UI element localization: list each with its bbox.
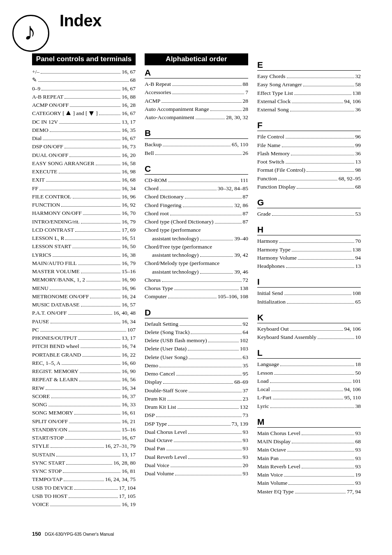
index-entry-pages: 73 — [243, 411, 249, 419]
index-entry: FF16, 34 — [32, 184, 136, 193]
index-entry: Chord Dictionary87 — [145, 193, 248, 201]
leader-dots — [191, 330, 241, 334]
leader-dots — [196, 115, 225, 119]
index-entry: A-B REPEAT16, 88 — [32, 93, 136, 101]
leader-dots — [200, 236, 233, 240]
index-entry-label: MENU — [32, 284, 48, 292]
index-entry: REC, 1–5, A16, 60 — [32, 359, 136, 367]
index-entry-label: Main Pan — [257, 454, 279, 463]
index-entry: REGIST. MEMORY16, 90 — [32, 367, 136, 375]
leader-dots — [163, 380, 233, 384]
leader-dots — [78, 261, 120, 265]
index-entry-pages: 65 — [355, 298, 361, 306]
leader-dots — [302, 431, 354, 435]
leader-dots — [62, 361, 120, 364]
index-entry-label: USB TO HOST — [32, 492, 67, 500]
leader-dots — [66, 461, 112, 464]
index-entry-pages: 16, 67 — [122, 109, 136, 117]
index-entry-label: Main Chorus Level — [257, 429, 300, 438]
index-entry-pages: 16, 88 — [122, 93, 136, 101]
index-entry-label: INTRO/ENDING/rit. — [32, 218, 80, 226]
index-entry-label: Function — [257, 175, 277, 183]
leader-dots — [96, 161, 120, 165]
letter-header-H: H — [257, 225, 361, 235]
leader-dots — [215, 220, 242, 223]
leader-dots — [290, 327, 343, 330]
index-entry: Chord type (Chord Dictionary)87 — [145, 218, 248, 226]
index-entry-pages: 16, 40, 48 — [113, 309, 136, 317]
letter-header-C: C — [145, 164, 248, 175]
index-entry-label: Delete (Song Track) — [145, 328, 189, 336]
index-entry: FILE CONTROL16, 96 — [32, 193, 136, 201]
leader-dots — [298, 256, 354, 259]
index-entry-label: Dual Chorus Level — [145, 428, 187, 436]
index-entry-pages: 94, 106 — [344, 97, 361, 106]
leader-dots — [272, 212, 354, 216]
index-entry-label: Easy Song Arranger — [257, 81, 302, 89]
index-entry-label: ✎ — [32, 76, 37, 84]
index-entry: File Name99 — [257, 141, 361, 150]
index-entry: Foot Switch13 — [257, 158, 361, 166]
index-entry-pages: 95 — [243, 370, 249, 378]
index-entry-pages: 138 — [240, 284, 248, 292]
index-entry-label: MUSIC DATABASE — [32, 301, 80, 309]
index-entry-pages: 16, 79 — [122, 259, 136, 267]
index-entry-pages: 65, 110 — [232, 140, 248, 149]
leader-dots — [69, 419, 120, 423]
index-entry-pages: 16, 34 — [122, 184, 136, 193]
index-entry-label: Display — [145, 378, 162, 386]
leader-dots — [287, 299, 354, 303]
index-entry-label: P.A.T. ON/OFF — [32, 309, 67, 317]
index-entry-pages: 87 — [243, 210, 249, 218]
index-entry-pages: 17, 105 — [119, 492, 136, 500]
index-entry: LYRICS16, 38 — [32, 251, 136, 259]
index-entry: Lyric38 — [257, 402, 361, 410]
index-entry-pages: 77, 94 — [347, 488, 361, 496]
index-entry-pages: 93 — [355, 479, 361, 487]
index-entry-label: Bell — [145, 149, 154, 157]
index-entry: MUSIC DATABASE16, 57 — [32, 301, 136, 309]
leader-dots — [82, 352, 120, 356]
index-entry: Bell26 — [145, 149, 248, 157]
index-entry-label: TEMPO/TAP — [32, 475, 62, 484]
leader-dots — [188, 455, 242, 458]
index-entry-pages: 68 — [130, 76, 136, 84]
index-entry: SYNC START16, 28, 80 — [32, 459, 136, 467]
index-entry: Grade53 — [257, 210, 361, 218]
leader-dots — [307, 168, 354, 172]
index-entry: Main Chorus Level93 — [257, 429, 361, 438]
index-entry-label: Initialization — [257, 298, 286, 306]
index-entry: Initial Send108 — [257, 289, 361, 297]
index-entry-label: A-B Repeat — [145, 80, 171, 88]
index-entry: Dual Reverb Level93 — [145, 453, 248, 461]
index-entry-label: DEMO — [32, 126, 48, 134]
index-entry: Keyboard Out94, 106 — [257, 325, 361, 333]
leader-dots — [81, 219, 120, 223]
leader-dots — [168, 421, 230, 425]
leader-dots — [274, 371, 354, 374]
manual-title: DGX-630/YPG-635 Owner's Manual — [45, 532, 114, 537]
leader-dots — [43, 136, 120, 140]
index-entry-pages: 16, 22 — [122, 351, 136, 359]
leader-dots — [180, 322, 241, 325]
index-entry-pages: 16, 68 — [122, 176, 136, 184]
index-entry-pages: 28 — [243, 105, 249, 113]
page-footer: 150 DGX-630/YPG-635 Owner's Manual — [32, 531, 114, 537]
index-entry-label: Harmony — [257, 237, 278, 245]
index-entry-label: REPEAT & LEARN — [32, 375, 78, 384]
index-entry-label: Effect Type List — [257, 89, 293, 97]
section-header-alpha: Alphabetical order — [145, 53, 248, 65]
index-entry-label: CATEGORY [ ⯅ ] and [ ⯆ ] — [32, 109, 98, 117]
index-entry-label: METRONOME ON/OFF — [32, 292, 89, 301]
leader-dots — [200, 269, 233, 273]
index-entry: Initialization65 — [257, 298, 361, 306]
letter-header-G: G — [257, 198, 361, 208]
index-entry-label: DSP — [145, 411, 155, 419]
index-entry: SUSTAIN13, 17 — [32, 451, 136, 459]
leader-dots — [188, 430, 242, 433]
index-entry: Main Volume93 — [257, 479, 361, 487]
leader-dots — [171, 463, 242, 467]
index-entry-label: Auto-Accompaniment — [145, 113, 194, 122]
index-entry-pages: 16, 28, 80 — [113, 459, 136, 467]
index-entry: EXIT16, 68 — [32, 176, 136, 184]
